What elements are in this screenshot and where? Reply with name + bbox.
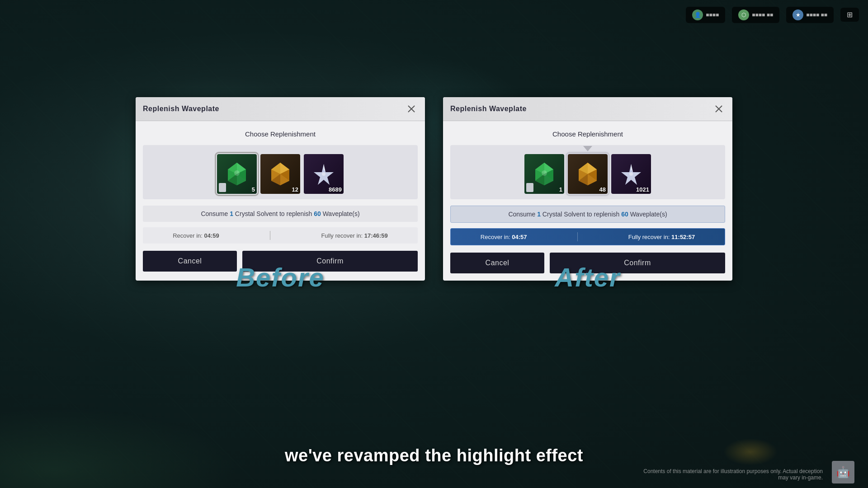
after-timer-divider <box>577 232 578 241</box>
bottle-badge-1 <box>219 183 226 192</box>
hud-profile-text: ■■■■ <box>706 12 719 18</box>
svg-point-33 <box>629 172 633 176</box>
after-label: After <box>443 262 732 292</box>
before-dialog-body: Choose Replenishment <box>136 121 425 279</box>
before-recover-label: Recover in: 04:59 <box>173 232 219 239</box>
before-item-2-icon: 12 <box>260 154 300 194</box>
before-items-row: 5 <box>143 145 418 199</box>
before-timer-divider <box>270 231 270 240</box>
after-recover-label: Recover in: 04:57 <box>481 234 527 240</box>
hud-map[interactable]: ⊞ <box>840 8 859 22</box>
bottom-right-decoration <box>723 438 778 465</box>
energy-icon: ⬡ <box>738 9 749 20</box>
after-item-1-icon: 1 <box>524 154 564 194</box>
after-dialog-body: Choose Replenishment <box>443 121 732 281</box>
after-dialog-header: Replenish Waveplate <box>443 97 732 121</box>
before-item-1[interactable]: 5 <box>217 154 257 194</box>
subtitle: we've revamped the highlight effect <box>285 446 583 465</box>
before-consume-text: Consume 1 Crystal Solvent to replenish 6… <box>143 206 418 222</box>
before-item-1-icon: 5 <box>217 154 257 194</box>
after-item-3-icon: 1021 <box>611 154 651 194</box>
before-close-icon <box>407 104 416 113</box>
hud-currency[interactable]: ★ ■■■■ ■■ <box>786 7 834 23</box>
comparison-labels: Before After <box>0 262 868 292</box>
after-close-icon <box>714 104 723 113</box>
disclaimer-text: Contents of this material are for illust… <box>642 468 823 481</box>
dialogs-row: Replenish Waveplate Choose Replenishment <box>0 97 868 281</box>
before-item-2-count: 12 <box>292 186 298 193</box>
before-item-1-count: 5 <box>252 186 255 193</box>
currency-icon: ★ <box>793 9 803 20</box>
before-full-recover-label: Fully recover in: 17:46:59 <box>321 232 387 239</box>
hud-map-icon: ⊞ <box>847 10 853 19</box>
before-close-button[interactable] <box>405 103 418 115</box>
after-item-3-count: 1021 <box>636 186 649 193</box>
after-consume-text: Consume 1 Crystal Solvent to replenish 6… <box>450 206 725 223</box>
bottom-left-decoration <box>0 398 271 488</box>
after-dialog: Replenish Waveplate Choose Replenishment <box>443 97 732 281</box>
after-items-row: 1 <box>450 145 725 199</box>
after-item-2[interactable]: 48 <box>568 154 608 194</box>
before-timer-row: Recover in: 04:59 Fully recover in: 17:4… <box>143 227 418 244</box>
before-item-3-icon: 8689 <box>304 154 344 194</box>
hud-profile[interactable]: 👤 ■■■■ <box>686 7 725 23</box>
after-item-2-count: 48 <box>599 186 606 193</box>
after-item-1[interactable]: 1 <box>524 154 564 194</box>
before-item-3-count: 8689 <box>329 186 342 193</box>
hud-currency-text: ■■■■ ■■ <box>806 12 827 18</box>
hud-energy[interactable]: ⬡ ■■■■ ■■ <box>732 7 779 23</box>
before-dialog-title: Replenish Waveplate <box>143 105 219 113</box>
profile-icon: 👤 <box>692 9 703 20</box>
after-close-button[interactable] <box>712 103 725 115</box>
hud-energy-text: ■■■■ ■■ <box>752 12 773 18</box>
after-item-2-icon: 48 <box>568 154 608 194</box>
after-dialog-title: Replenish Waveplate <box>450 105 527 113</box>
svg-point-16 <box>322 172 326 176</box>
svg-point-23 <box>542 170 547 176</box>
before-label: Before <box>136 262 425 292</box>
after-item-3[interactable]: 1021 <box>611 154 651 194</box>
before-item-3[interactable]: 8689 <box>304 154 344 194</box>
top-hud: 👤 ■■■■ ⬡ ■■■■ ■■ ★ ■■■■ ■■ ⊞ <box>552 0 868 29</box>
after-timer-row: Recover in: 04:57 Fully recover in: 11:5… <box>450 228 725 245</box>
before-choose-label: Choose Replenishment <box>143 130 418 138</box>
before-item-2[interactable]: 12 <box>260 154 300 194</box>
after-choose-label: Choose Replenishment <box>450 130 725 138</box>
svg-point-6 <box>234 170 240 176</box>
before-dialog-header: Replenish Waveplate <box>136 97 425 121</box>
selection-arrow <box>583 146 592 151</box>
after-item-1-count: 1 <box>559 186 562 193</box>
bottle-badge-2 <box>526 183 533 192</box>
after-full-recover-label: Fully recover in: 11:52:57 <box>628 234 695 240</box>
before-dialog: Replenish Waveplate Choose Replenishment <box>136 97 425 281</box>
robot-icon: 🤖 <box>832 461 854 483</box>
